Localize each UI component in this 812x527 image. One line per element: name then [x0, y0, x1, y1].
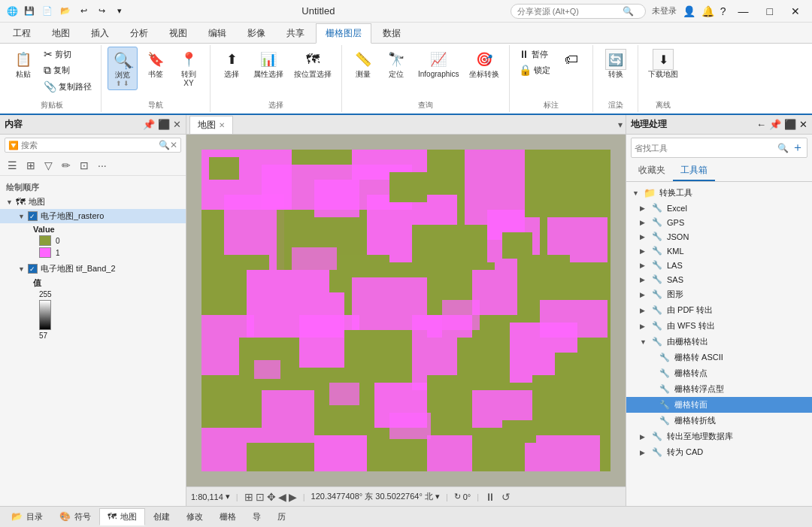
geopro-search-input[interactable]	[635, 144, 777, 153]
tree-raster-to-point[interactable]: ▶ 🔧 栅格转点	[626, 365, 812, 381]
bottom-tab-history[interactable]: 历	[269, 508, 294, 525]
bottom-tab-export[interactable]: 导	[244, 508, 269, 525]
notification-icon[interactable]: 🔔	[701, 5, 714, 17]
layer-tb-table-icon[interactable]: ⊞	[23, 158, 38, 173]
bottom-tab-create[interactable]: 创建	[145, 508, 178, 525]
search-icon[interactable]: 🔍	[159, 140, 170, 150]
geopro-tab-favorites[interactable]: 收藏夹	[631, 161, 673, 181]
tab-imagery[interactable]: 影像	[238, 23, 275, 43]
layer-tb-list-icon[interactable]: ☰	[5, 158, 20, 173]
cut-button[interactable]: ✂ 剪切	[41, 47, 95, 62]
zoom-full-icon[interactable]: ⊡	[256, 491, 265, 503]
refresh-icon[interactable]: ↺	[501, 491, 511, 503]
next-extent-icon[interactable]: ▶	[289, 491, 297, 503]
copy-button[interactable]: ⧉ 复制	[41, 62, 95, 78]
close-panel-icon[interactable]: ✕	[173, 119, 181, 130]
pause-button[interactable]: ⏸ 暂停	[516, 47, 553, 62]
scale-selector[interactable]: 1:80,114 ▾	[191, 492, 230, 501]
tab-data[interactable]: 数据	[373, 23, 411, 43]
bookmark-button[interactable]: 🔖 书签	[141, 47, 171, 81]
copy-path-button[interactable]: 📎 复制路径	[41, 79, 95, 94]
user-label[interactable]: 未登录	[652, 5, 677, 17]
tree-to-cad[interactable]: ▶ 🔧 转为 CAD	[626, 444, 812, 460]
tree-from-wfs[interactable]: ▶ 🔧 由 WFS 转出	[626, 318, 812, 334]
geopro-float-icon[interactable]: ⬛	[784, 119, 796, 130]
clear-search-icon[interactable]: ✕	[170, 140, 177, 150]
open-icon[interactable]: 📂	[59, 5, 72, 18]
zoom-in-icon[interactable]: ⊞	[244, 491, 253, 503]
map-canvas[interactable]	[186, 135, 626, 486]
tree-from-raster[interactable]: ▼ 🔧 由栅格转出	[626, 334, 812, 350]
goto-xy-button[interactable]: 📍 转到XY	[174, 47, 204, 90]
maximize-button[interactable]: □	[761, 4, 779, 19]
coord-transform-button[interactable]: 🎯 坐标转换	[465, 47, 503, 81]
save-icon[interactable]: 💾	[23, 5, 36, 18]
attr-select-button[interactable]: 📊 属性选择	[250, 47, 287, 81]
layer-raster0[interactable]: ▼ ✓ 电子地图_rastero	[0, 209, 186, 223]
tree-raster-to-polyline[interactable]: ▶ 🔧 栅格转折线	[626, 413, 812, 429]
layer-search-input[interactable]	[21, 141, 159, 150]
tree-conversion-tools[interactable]: ▼ 📁 转换工具	[626, 185, 812, 201]
tree-json[interactable]: ▶ 🔧 JSON	[626, 229, 812, 244]
layer-tb-more-icon[interactable]: ···	[95, 158, 110, 173]
map-tab-close-icon[interactable]: ✕	[219, 121, 225, 129]
tab-share[interactable]: 共享	[277, 23, 314, 43]
layer-tb-funnel-icon[interactable]: ▽	[41, 158, 56, 173]
label-settings-button[interactable]: 🏷	[556, 47, 586, 72]
measure-button[interactable]: 📏 测量	[348, 47, 378, 81]
back-icon[interactable]: ←	[756, 119, 766, 130]
tab-view[interactable]: 视图	[159, 23, 197, 43]
tree-excel[interactable]: ▶ 🔧 Excel	[626, 201, 812, 215]
scale-dropdown-icon[interactable]: ▾	[226, 492, 230, 501]
tab-analysis[interactable]: 分析	[120, 23, 158, 43]
bottom-tab-map[interactable]: 🗺 地图	[99, 508, 145, 525]
minimize-button[interactable]: —	[732, 4, 755, 19]
tree-sas[interactable]: ▶ 🔧 SAS	[626, 272, 812, 286]
layer-raster0-checkbox[interactable]: ✓	[28, 211, 38, 221]
layer-band2[interactable]: ▼ ✓ 电子地图 tif_Band_2	[0, 262, 186, 276]
global-search-input[interactable]	[517, 7, 623, 16]
tree-kml[interactable]: ▶ 🔧 KML	[626, 244, 812, 258]
help-icon[interactable]: ?	[720, 5, 726, 17]
location-select-button[interactable]: 🗺 按位置选择	[290, 47, 335, 81]
tree-to-geodatabase[interactable]: ▶ 🔧 转出至地理数据库	[626, 429, 812, 444]
download-map-button[interactable]: ⬇ 下载地图	[644, 47, 682, 81]
pause-map-icon[interactable]: ⏸	[485, 491, 495, 503]
tab-edit[interactable]: 编辑	[198, 23, 236, 43]
tree-graphics[interactable]: ▶ 🔧 图形	[626, 286, 812, 302]
float-icon[interactable]: ⬛	[158, 119, 170, 130]
layer-tb-grid-icon[interactable]: ⊡	[77, 158, 92, 173]
lock-button[interactable]: 🔒 锁定	[516, 62, 553, 77]
tab-insert[interactable]: 插入	[81, 23, 119, 43]
qa-dropdown-icon[interactable]: ▾	[113, 5, 126, 18]
tab-project[interactable]: 工程	[3, 23, 41, 43]
select-button[interactable]: ⬆ 选择	[217, 47, 247, 81]
redo-icon[interactable]: ↪	[95, 5, 108, 18]
bottom-tab-catalog[interactable]: 📂 目录	[3, 508, 51, 525]
pin-icon[interactable]: 📌	[143, 119, 155, 130]
tree-from-pdf[interactable]: ▶ 🔧 由 PDF 转出	[626, 302, 812, 318]
tree-gps[interactable]: ▶ 🔧 GPS	[626, 215, 812, 229]
layer-band2-checkbox[interactable]: ✓	[28, 264, 38, 274]
map-view-dropdown[interactable]: ▾	[618, 120, 623, 130]
map-tab[interactable]: 地图 ✕	[189, 116, 233, 134]
pan-icon[interactable]: ✥	[267, 491, 276, 503]
tree-raster-to-ascii[interactable]: ▶ 🔧 栅格转 ASCII	[626, 350, 812, 365]
tree-las[interactable]: ▶ 🔧 LAS	[626, 258, 812, 272]
infographics-button[interactable]: 📈 Infographics	[414, 47, 462, 81]
tab-raster-layer[interactable]: 栅格图层	[316, 23, 371, 44]
map-group-header[interactable]: ▼ 🗺 地图	[0, 195, 186, 209]
geopro-add-icon[interactable]: ＋	[792, 140, 804, 156]
bottom-tab-modify[interactable]: 修改	[178, 508, 211, 525]
prev-extent-icon[interactable]: ◀	[278, 491, 286, 503]
paste-button[interactable]: 📋 粘贴	[9, 47, 38, 81]
geopro-pin-icon[interactable]: 📌	[769, 119, 781, 130]
tree-raster-to-float[interactable]: ▶ 🔧 栅格转浮点型	[626, 381, 812, 397]
browse-button[interactable]: 🔍 ↕↔ 浏览 ⬆ ⬇	[108, 47, 138, 90]
bottom-tab-symbols[interactable]: 🎨 符号	[51, 508, 99, 525]
user-avatar-icon[interactable]: 👤	[683, 5, 695, 17]
tab-map[interactable]: 地图	[42, 23, 80, 43]
layer-tb-edit-icon[interactable]: ✏	[59, 158, 74, 173]
bottom-tab-raster[interactable]: 栅格	[211, 508, 244, 525]
coords-dropdown-icon[interactable]: ▾	[435, 492, 440, 501]
